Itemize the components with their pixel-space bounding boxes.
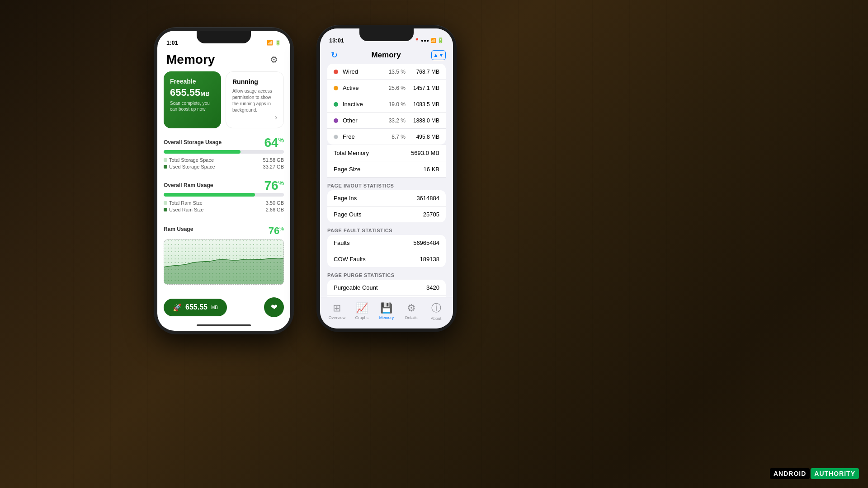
left-memory-title: Memory — [166, 52, 215, 67]
wired-dot — [334, 70, 338, 74]
freeable-card: Freeable 655.55MB Scan complete, you can… — [164, 71, 221, 128]
tab-details[interactable]: ⚙ Details — [399, 302, 424, 320]
about-label: About — [431, 316, 442, 321]
authority-text: AUTHORITY — [811, 468, 859, 479]
page-ins-row: Page Ins 3614884 — [327, 190, 446, 206]
left-status-icons: 📶 🔋 — [267, 40, 281, 46]
free-val: 495.8 MB — [406, 134, 439, 140]
tab-memory[interactable]: 💾 Memory — [374, 302, 399, 320]
boost-pill[interactable]: 🚀 655.55 MB — [164, 299, 227, 316]
used-storage-row: Used Storage Space 33.27 GB — [164, 164, 284, 169]
purgeable-label: Purgeable Count — [334, 284, 378, 291]
right-time: 13:01 — [329, 37, 344, 44]
ram-bar-fill — [164, 193, 255, 197]
wired-pct: 13.5 % — [382, 69, 406, 75]
inactive-dot — [334, 102, 338, 107]
bottom-float: 🚀 655.55 MB ❤ — [164, 297, 284, 317]
boost-value: 655.55 — [185, 303, 208, 311]
memory-icon: 💾 — [380, 302, 392, 314]
ram-chart-section: Ram Usage 76% — [157, 221, 290, 289]
other-dot — [334, 118, 338, 123]
active-val: 1457.1 MB — [406, 85, 439, 91]
cow-val: 189138 — [420, 256, 439, 263]
graphs-label: Graphs — [355, 315, 368, 320]
right-signal-icons: 📍 ●●● 📶 🔋 — [414, 37, 444, 43]
inactive-val: 1083.5 MB — [406, 101, 439, 108]
cow-label: COW Faults — [334, 256, 366, 263]
watermark: ANDROID AUTHORITY — [770, 468, 859, 479]
running-card[interactable]: Running Allow usage access permission to… — [226, 71, 284, 128]
purgeable-row: Purgeable Count 3420 — [327, 280, 446, 296]
total-memory-val: 5693.0 MB — [411, 150, 439, 156]
faults-label: Faults — [334, 239, 349, 246]
tab-about[interactable]: ⓘ About — [424, 301, 448, 321]
table-row-active: Active 25.6 % 1457.1 MB — [327, 80, 446, 96]
purgeable-val: 3420 — [426, 284, 439, 291]
tab-bar: ⊞ Overview 📈 Graphs 💾 Memory ⚙ Details ⓘ — [320, 297, 453, 328]
overview-label: Overview — [329, 315, 346, 320]
running-label: Running — [232, 78, 277, 85]
ram-title: Overall Ram Usage — [164, 182, 213, 188]
right-phone: 13:01 📍 ●●● 📶 🔋 ↻ Memory ▲▼ — [316, 25, 457, 332]
storage-bar-track — [164, 150, 284, 154]
left-screen: 1:01 📶 🔋 Memory ⚙ Freeable 655.55MB Scan… — [157, 31, 290, 331]
freeable-label: Freeable — [170, 78, 215, 85]
page-fault-card: Faults 56965484 COW Faults 189138 — [327, 235, 446, 267]
wired-label: Wired — [343, 68, 382, 75]
free-pct: 8.7 % — [382, 134, 406, 140]
right-nav: ↻ Memory ▲▼ — [320, 48, 453, 64]
page-outs-val: 25705 — [423, 211, 439, 218]
table-row-wired: Wired 13.5 % 768.7 MB — [327, 64, 446, 80]
page-purge-header: PAGE PURGE STATISTICS — [320, 267, 453, 280]
overview-icon: ⊞ — [333, 302, 341, 314]
tab-overview[interactable]: ⊞ Overview — [325, 302, 349, 320]
total-memory-row: Total Memory 5693.0 MB — [327, 145, 446, 161]
table-row-other: Other 33.2 % 1888.0 MB — [327, 113, 446, 129]
memory-tab-label: Memory — [379, 315, 394, 320]
page-inout-card: Page Ins 3614884 Page Outs 25705 — [327, 190, 446, 222]
storage-pct: 64% — [264, 136, 284, 150]
cow-faults-row: COW Faults 189138 — [327, 251, 446, 267]
ram-section: Overall Ram Usage 76% Total Ram Size 3.5… — [157, 178, 290, 217]
ram-bar-track — [164, 193, 284, 197]
page-fault-header: PAGE FAULT STATISTICS — [320, 222, 453, 235]
running-sub: Allow usage access permission to show th… — [232, 88, 277, 113]
used-ram-row: Used Ram Size 2.66 GB — [164, 207, 284, 212]
rocket-icon: 🚀 — [173, 303, 182, 312]
ram-chart-title: Ram Usage — [164, 226, 193, 232]
page-outs-label: Page Outs — [334, 211, 361, 218]
running-arrow: › — [275, 113, 277, 122]
table-row-inactive: Inactive 19.0 % 1083.5 MB — [327, 96, 446, 113]
refresh-button[interactable]: ↻ — [327, 50, 341, 60]
cards-row: Freeable 655.55MB Scan complete, you can… — [157, 71, 290, 128]
wired-val: 768.7 MB — [406, 69, 439, 75]
inactive-pct: 19.0 % — [382, 101, 406, 108]
right-content: 13:01 📍 ●●● 📶 🔋 ↻ Memory ▲▼ — [320, 28, 453, 328]
tab-graphs[interactable]: 📈 Graphs — [349, 302, 374, 320]
faults-val: 56965484 — [413, 239, 439, 246]
total-memory-card: Total Memory 5693.0 MB Page Size 16 KB — [327, 145, 446, 178]
freeable-value: 655.55MB — [170, 87, 215, 99]
table-row-free: Free 8.7 % 495.8 MB — [327, 129, 446, 145]
total-ram-row: Total Ram Size 3.50 GB — [164, 200, 284, 206]
gear-button[interactable]: ⚙ — [267, 52, 281, 67]
left-home-indicator — [197, 324, 251, 326]
active-label: Active — [343, 84, 382, 91]
right-notch — [359, 28, 414, 41]
total-memory-label: Total Memory — [334, 150, 369, 156]
details-icon: ⚙ — [407, 302, 416, 314]
graphs-icon: 📈 — [356, 302, 368, 314]
ram-chart — [164, 239, 284, 285]
favorite-button[interactable]: ❤ — [264, 297, 284, 317]
chart-icon-button[interactable]: ▲▼ — [431, 50, 446, 60]
page-size-label: Page Size — [334, 166, 360, 173]
page-purge-card: Purgeable Count 3420 Purges 472376 — [327, 280, 446, 297]
page-ins-label: Page Ins — [334, 195, 357, 202]
other-pct: 33.2 % — [382, 117, 406, 124]
right-nav-title: Memory — [371, 51, 401, 60]
android-text: ANDROID — [770, 468, 810, 479]
free-label: Free — [343, 133, 382, 140]
page-ins-val: 3614884 — [416, 195, 439, 202]
about-icon: ⓘ — [431, 301, 441, 315]
right-body: Wired 13.5 % 768.7 MB Active 25.6 % 1457… — [320, 64, 453, 297]
